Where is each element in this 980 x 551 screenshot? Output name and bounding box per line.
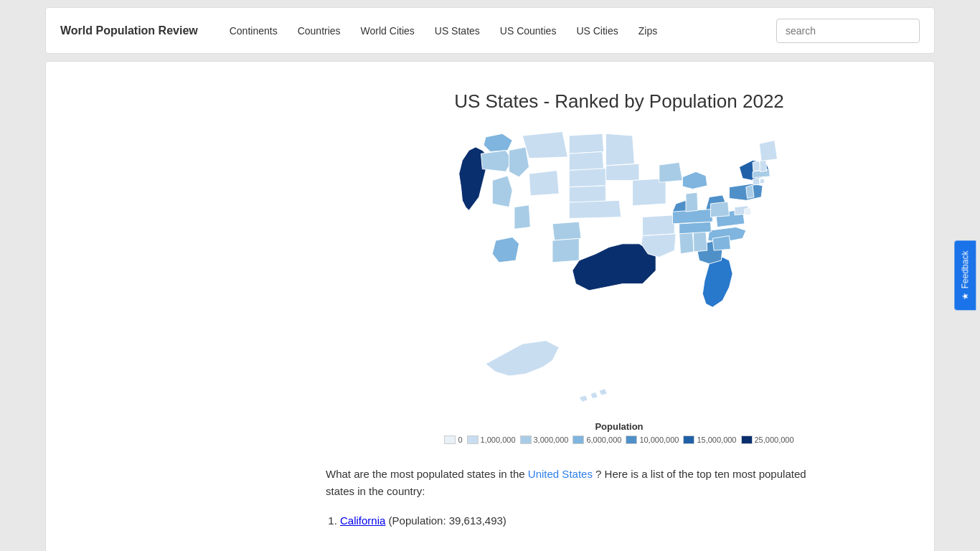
- feedback-label: Feedback: [961, 251, 971, 289]
- united-states-link[interactable]: United States: [528, 468, 593, 480]
- state-CO[interactable]: [552, 222, 581, 240]
- state-OK[interactable]: [569, 200, 621, 218]
- state-CT[interactable]: [753, 178, 760, 185]
- nav-link-continents[interactable]: Continents: [220, 19, 288, 42]
- state-TN[interactable]: [679, 222, 712, 234]
- state-VT[interactable]: [753, 161, 760, 171]
- state-NV[interactable]: [492, 176, 512, 207]
- legend-item: 6,000,000: [573, 435, 621, 444]
- legend-color-box: [683, 435, 694, 444]
- state-DE[interactable]: [745, 208, 751, 215]
- legend-color-box: [444, 435, 456, 444]
- nav-link-world-cities[interactable]: World Cities: [351, 19, 425, 42]
- navbar: World Population Review Continents Count…: [45, 7, 935, 54]
- search-container: [776, 19, 920, 43]
- nav-links: Continents Countries World Cities US Sta…: [220, 19, 776, 42]
- state-WY[interactable]: [529, 170, 559, 195]
- legend-item-label: 3,000,000: [534, 435, 569, 444]
- state-MI[interactable]: [682, 171, 707, 189]
- state-NE[interactable]: [569, 169, 606, 187]
- nav-brand[interactable]: World Population Review: [60, 24, 198, 37]
- state-AZ[interactable]: [492, 237, 519, 262]
- state-TX[interactable]: [573, 244, 656, 291]
- state-ME[interactable]: [759, 141, 777, 161]
- state-KS[interactable]: [569, 186, 606, 202]
- state-PA[interactable]: [729, 184, 763, 200]
- state-AL[interactable]: [693, 230, 707, 252]
- state-WV[interactable]: [710, 202, 729, 217]
- intro-text: What are the most populated states in th…: [326, 466, 828, 500]
- search-input[interactable]: [776, 19, 920, 43]
- map-container: [326, 127, 913, 414]
- legend-item: 1,000,000: [467, 435, 516, 444]
- state-HI[interactable]: [579, 389, 607, 402]
- us-map-svg: [390, 127, 849, 414]
- legend-item: 3,000,000: [520, 435, 569, 444]
- legend-title: Population: [595, 421, 643, 432]
- state-RI[interactable]: [760, 179, 765, 184]
- state-IA[interactable]: [606, 164, 639, 180]
- main-content: US States - Ranked by Population 2022 Po…: [326, 76, 913, 533]
- nav-link-zips[interactable]: Zips: [628, 19, 667, 42]
- nav-link-us-counties[interactable]: US Counties: [490, 19, 567, 42]
- legend-item: 25,000,000: [741, 435, 794, 444]
- state-ID[interactable]: [509, 147, 529, 177]
- legend-color-box: [741, 435, 753, 444]
- legend-item-label: 10,000,000: [639, 435, 679, 444]
- nav-link-us-states[interactable]: US States: [425, 19, 490, 42]
- states-list: California (Population: 39,613,493): [326, 511, 913, 530]
- nav-link-countries[interactable]: Countries: [288, 19, 351, 42]
- state-AR[interactable]: [643, 215, 675, 236]
- intro-text-before: What are the most populated states in th…: [326, 468, 525, 480]
- state-MT[interactable]: [522, 132, 567, 159]
- california-link[interactable]: California: [340, 514, 385, 527]
- legend-item-label: 25,000,000: [755, 435, 794, 444]
- legend-item: 10,000,000: [626, 435, 679, 444]
- state-UT[interactable]: [514, 205, 530, 229]
- legend-color-box: [573, 435, 584, 444]
- legend: Population 01,000,0003,000,0006,000,0001…: [326, 421, 913, 444]
- legend-item: 15,000,000: [683, 435, 736, 444]
- legend-item-label: 6,000,000: [586, 435, 621, 444]
- state-ND[interactable]: [569, 133, 603, 154]
- page-title: US States - Ranked by Population 2022: [326, 90, 913, 113]
- feedback-star-icon: ★: [961, 292, 971, 300]
- legend-item-label: 0: [458, 435, 462, 444]
- feedback-button[interactable]: ★ Feedback: [955, 241, 976, 311]
- legend-item-label: 15,000,000: [697, 435, 736, 444]
- state-IN[interactable]: [686, 192, 698, 212]
- state-AK[interactable]: [486, 341, 559, 376]
- state-MS[interactable]: [679, 232, 694, 254]
- state-MN[interactable]: [606, 133, 634, 166]
- california-population: (Population: 39,613,493): [389, 514, 507, 527]
- sidebar-placeholder: [67, 76, 326, 533]
- state-NJ[interactable]: [746, 185, 754, 199]
- legend-item: 0: [444, 435, 462, 444]
- legend-color-box: [520, 435, 532, 444]
- state-NM[interactable]: [552, 238, 579, 262]
- state-SC[interactable]: [712, 236, 730, 250]
- state-FL[interactable]: [702, 257, 732, 307]
- state-SD[interactable]: [569, 151, 603, 170]
- legend-item-label: 1,000,000: [481, 435, 516, 444]
- nav-link-us-cities[interactable]: US Cities: [566, 19, 628, 42]
- state-WI[interactable]: [659, 162, 683, 182]
- main-container: US States - Ranked by Population 2022 Po…: [45, 61, 935, 551]
- legend-color-box: [626, 435, 637, 444]
- content-layout: US States - Ranked by Population 2022 Po…: [67, 76, 913, 533]
- legend-color-box: [467, 435, 479, 444]
- list-item-1: California (Population: 39,613,493): [340, 511, 913, 530]
- state-WA[interactable]: [484, 133, 512, 151]
- state-OR[interactable]: [481, 151, 512, 172]
- legend-items: 01,000,0003,000,0006,000,00010,000,00015…: [444, 435, 793, 444]
